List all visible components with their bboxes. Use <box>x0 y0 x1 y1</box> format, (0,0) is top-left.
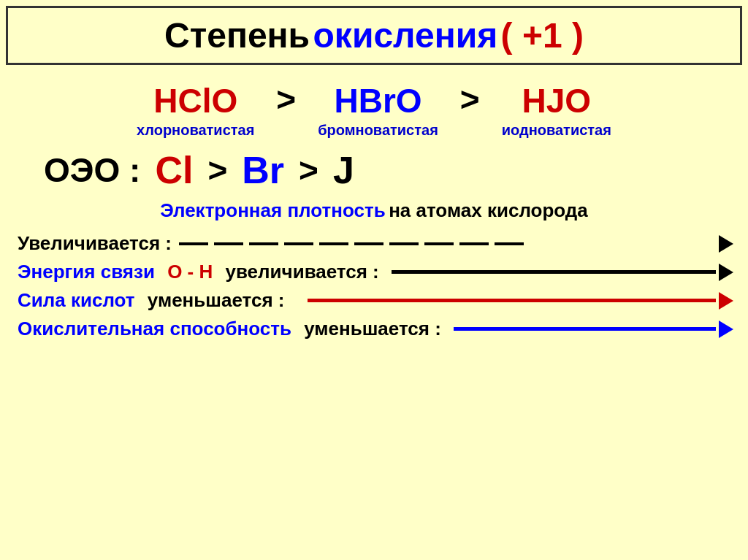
acid-hjo: HJO иодноватистая <box>502 81 611 139</box>
acid-hclo: HClO хлорноватистая <box>137 81 254 139</box>
oeo-br: Br <box>242 148 284 192</box>
arrow-black-energiya <box>719 264 733 281</box>
sila-row: Сила кислот уменьшается : <box>15 289 733 312</box>
acid-name-hclo: хлорноватистая <box>137 122 254 139</box>
electron-row: Электронная плотность на атомах кислород… <box>15 199 733 222</box>
sila-black: уменьшается : <box>142 289 301 312</box>
greater-sign-2: > <box>460 80 480 119</box>
okisl-row: Окислительная способность уменьшается : <box>15 318 733 340</box>
dash-3 <box>249 242 278 245</box>
acid-name-hjo: иодноватистая <box>502 122 611 139</box>
dash-6 <box>354 242 383 245</box>
arrow-blue-okisl <box>719 321 733 338</box>
dash-5 <box>319 242 348 245</box>
okisl-arrow-container <box>454 321 733 338</box>
electron-blue: Электронная плотность <box>160 199 386 221</box>
oeo-j: J <box>333 148 354 192</box>
energiya-blue: Энергия связи <box>18 261 160 283</box>
dash-10 <box>495 242 524 245</box>
solid-line-red <box>308 299 716 302</box>
acid-formula-hbro: HBrO <box>334 81 421 120</box>
sila-arrow-container <box>308 292 733 310</box>
title-red: ( +1 ) <box>501 16 584 55</box>
sila-blue: Сила кислот <box>18 289 135 312</box>
oeo-gt-2: > <box>299 150 318 190</box>
title-blue: окисления <box>313 16 498 55</box>
energiya-row: Энергия связи О - Н увеличивается : <box>15 261 733 283</box>
header: Степень окисления ( +1 ) <box>6 6 742 65</box>
dash-8 <box>424 242 454 245</box>
energiya-arrow-container <box>392 264 733 281</box>
solid-line-black <box>392 270 716 274</box>
dash-2 <box>214 242 243 245</box>
energiya-red: О - Н <box>167 261 213 283</box>
dash-7 <box>389 242 419 245</box>
acids-row: HClO хлорноватистая > HBrO бромноватиста… <box>15 80 733 139</box>
energiya-black: увеличивается : <box>220 261 384 283</box>
okisl-blue: Окислительная способность <box>18 318 291 340</box>
acid-formula-hjo: HJO <box>522 81 591 120</box>
dash-1 <box>179 242 208 245</box>
oeo-gt-1: > <box>207 150 227 190</box>
acid-hbro: HBrO бромноватистая <box>318 81 438 139</box>
oeo-cl: Cl <box>155 148 193 192</box>
uvelich-label: Увеличивается : <box>18 232 172 255</box>
solid-line-blue <box>454 327 716 331</box>
arrow-black <box>719 235 733 253</box>
okisl-black: уменьшается : <box>299 318 446 340</box>
uvelich-row: Увеличивается : <box>15 232 733 255</box>
oeo-label: ОЭО : <box>44 150 140 190</box>
arrow-red-sila <box>719 292 733 310</box>
acid-name-hbro: бромноватистая <box>318 122 438 139</box>
page: Степень окисления ( +1 ) HClO хлорновати… <box>0 0 748 560</box>
dashed-arrow <box>179 235 733 253</box>
acid-formula-hclo: HClO <box>153 81 237 120</box>
dash-9 <box>459 242 489 245</box>
electron-black2: на атомах кислорода <box>389 199 588 221</box>
title-black: Степень <box>164 16 310 55</box>
content: HClO хлорноватистая > HBrO бромноватиста… <box>0 65 748 560</box>
dash-line <box>179 242 716 245</box>
dash-4 <box>284 242 313 245</box>
oeo-row: ОЭО : Cl > Br > J <box>15 148 733 192</box>
greater-sign-1: > <box>276 80 296 119</box>
